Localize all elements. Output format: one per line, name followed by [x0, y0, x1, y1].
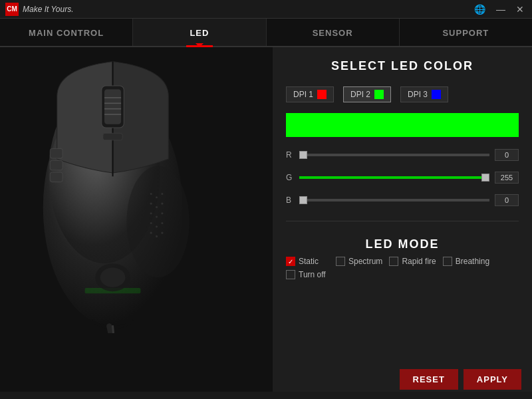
svg-rect-11 — [50, 160, 63, 170]
b-value: 0 — [495, 194, 519, 206]
g-slider[interactable] — [299, 176, 489, 179]
mode-breathing[interactable]: Breathing — [443, 257, 489, 266]
svg-rect-12 — [50, 172, 63, 182]
breathing-checkbox[interactable] — [443, 257, 452, 266]
app-name: Make It Yours. — [23, 5, 73, 14]
svg-point-28 — [161, 232, 163, 234]
apply-button[interactable]: APPLY — [464, 369, 521, 390]
svg-rect-10 — [50, 148, 63, 158]
svg-rect-4 — [104, 89, 121, 124]
window-controls: 🌐 — ✕ — [471, 4, 527, 15]
b-slider[interactable] — [299, 199, 489, 201]
svg-rect-32 — [317, 90, 327, 99]
nav-tabs: MAIN CONTROL LED SENSOR SUPPORT — [0, 19, 532, 47]
svg-rect-9 — [103, 133, 122, 140]
svg-point-16 — [161, 193, 163, 195]
globe-icon[interactable]: 🌐 — [471, 4, 488, 15]
tab-led[interactable]: LED — [133, 19, 266, 46]
turn-off-label: Turn off — [299, 270, 326, 279]
logo-icon: CM — [5, 3, 19, 16]
tab-sensor[interactable]: SENSOR — [267, 19, 400, 46]
dpi1-label: DPI 1 — [293, 90, 313, 99]
svg-point-23 — [150, 222, 152, 224]
g-value: 255 — [495, 172, 519, 184]
action-buttons: RESET APPLY — [400, 369, 522, 390]
dpi3-color — [432, 90, 441, 99]
dpi3-button[interactable]: DPI 3 — [400, 86, 448, 102]
mouse-image-panel — [0, 47, 273, 392]
static-label: Static — [299, 257, 319, 266]
dpi1-color — [317, 90, 327, 99]
led-mode-options-row2: Turn off — [286, 270, 519, 279]
led-color-title: SELECT LED COLOR — [286, 59, 519, 73]
spectrum-checkbox[interactable] — [336, 257, 345, 266]
dpi1-button[interactable]: DPI 1 — [286, 86, 334, 102]
led-mode-title: LED MODE — [286, 237, 519, 251]
tab-support[interactable]: SUPPORT — [400, 19, 532, 46]
svg-point-25 — [161, 222, 163, 224]
svg-point-26 — [150, 232, 152, 234]
title-bar: CM Make It Yours. 🌐 — ✕ — [0, 0, 532, 19]
close-button[interactable]: ✕ — [513, 4, 527, 15]
spectrum-label: Spectrum — [348, 257, 382, 266]
svg-point-13 — [126, 166, 189, 278]
dpi2-button[interactable]: DPI 2 — [343, 86, 391, 102]
static-checkbox[interactable] — [286, 257, 295, 266]
mode-spectrum[interactable]: Spectrum — [336, 257, 382, 266]
divider-1 — [286, 221, 519, 221]
rapid-fire-checkbox[interactable] — [389, 257, 398, 266]
svg-rect-34 — [432, 90, 441, 99]
reset-button[interactable]: RESET — [400, 369, 458, 390]
mode-rapid-fire[interactable]: Rapid fire — [389, 257, 436, 266]
g-slider-row: G 255 — [286, 172, 519, 184]
svg-point-17 — [150, 203, 152, 205]
svg-point-20 — [150, 212, 152, 214]
svg-point-18 — [156, 206, 158, 208]
turn-off-checkbox[interactable] — [286, 270, 295, 279]
dpi2-label: DPI 2 — [350, 90, 370, 99]
svg-point-27 — [156, 235, 158, 237]
main-layout: SELECT LED COLOR DPI 1 DPI 2 DPI 3 R 0 — [0, 47, 532, 392]
breathing-label: Breathing — [456, 257, 489, 266]
b-label: B — [286, 196, 294, 205]
b-slider-row: B 0 — [286, 194, 519, 206]
mouse-illustration — [13, 47, 226, 333]
svg-point-31 — [100, 268, 126, 287]
tab-main-control[interactable]: MAIN CONTROL — [0, 19, 133, 46]
r-slider[interactable] — [299, 154, 489, 156]
r-label: R — [286, 150, 294, 160]
app-logo: CM Make It Yours. — [5, 3, 73, 16]
dpi-buttons-row: DPI 1 DPI 2 DPI 3 — [286, 86, 519, 102]
led-mode-section: LED MODE Static Spectrum Rapid fire Br — [286, 237, 519, 279]
r-value: 0 — [495, 149, 519, 161]
mouse-image-area — [0, 47, 273, 392]
mode-static[interactable]: Static — [286, 257, 319, 266]
dpi2-color — [374, 90, 384, 99]
right-panel: SELECT LED COLOR DPI 1 DPI 2 DPI 3 R 0 — [273, 47, 532, 392]
color-preview-bar — [286, 113, 519, 137]
svg-point-19 — [161, 203, 163, 205]
svg-point-22 — [161, 212, 163, 214]
svg-rect-33 — [374, 90, 384, 99]
svg-point-14 — [150, 193, 152, 195]
mode-turn-off[interactable]: Turn off — [286, 270, 326, 279]
g-label: G — [286, 173, 294, 182]
svg-point-15 — [156, 196, 158, 198]
rapid-fire-label: Rapid fire — [402, 257, 436, 266]
svg-point-24 — [156, 225, 158, 227]
minimize-button[interactable]: — — [493, 4, 508, 15]
dpi3-label: DPI 3 — [408, 90, 428, 99]
r-slider-row: R 0 — [286, 149, 519, 161]
led-mode-options-row1: Static Spectrum Rapid fire Breathing — [286, 257, 519, 266]
svg-point-21 — [156, 215, 158, 217]
